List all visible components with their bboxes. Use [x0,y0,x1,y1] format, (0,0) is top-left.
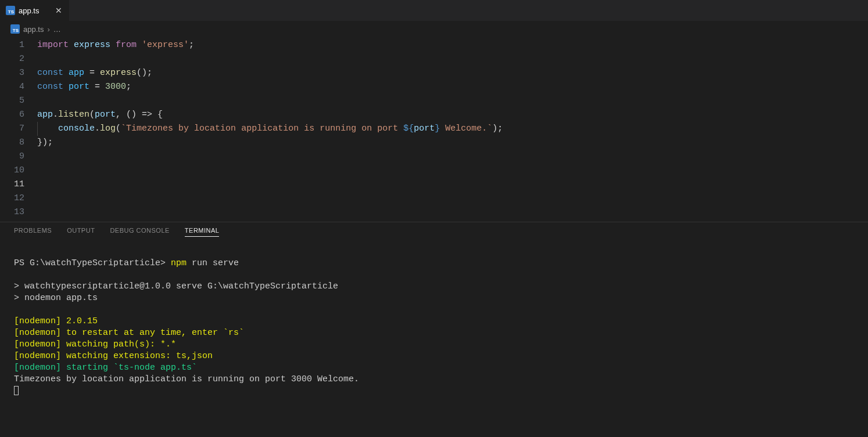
terminal[interactable]: PS G:\watchTypeScriptarticle> npm run se… [0,240,868,414]
line-number: 8 [0,136,37,150]
code-line[interactable]: 5 [0,94,868,108]
keyword: import [37,40,69,50]
string: 'express' [142,40,189,50]
terminal-line: PS G:\watchTypeScriptarticle> npm run se… [14,258,239,268]
code-line[interactable]: 13 [0,205,868,219]
code-line[interactable]: 12 [0,192,868,205]
line-number: 6 [0,108,37,122]
close-tab-button[interactable]: ✕ [54,6,63,15]
line-number: 13 [0,205,37,219]
line-number: 1 [0,38,37,52]
panel-tab-output[interactable]: OUTPUT [67,227,95,237]
tab-filename: app.ts [19,6,39,15]
function-call: listen [58,110,89,120]
terminal-line: > nodemon app.ts [14,293,98,303]
panel-tab-terminal[interactable]: TERMINAL [185,227,220,237]
string: ` [121,124,126,133]
panel-tab-debug-console[interactable]: DEBUG CONSOLE [110,227,169,237]
punct: ( [116,124,121,133]
breadcrumb-filename: app.ts [23,25,44,34]
identifier: port [95,110,116,120]
interp: ${ [403,124,414,133]
string: Welcome. [440,124,487,133]
code-line[interactable]: 6 app.listen(port, () => { [0,108,868,122]
identifier: console [58,124,95,133]
punct: . [53,110,58,120]
code-line[interactable]: 2 [0,52,868,66]
op: = [89,82,105,92]
code-line[interactable]: 7 console.log(`Timezones by location app… [0,122,868,136]
variable: app [69,68,84,78]
line-number: 7 [0,122,37,136]
terminal-cursor [14,386,19,395]
punct: (); [137,68,152,78]
punct: ; [126,82,131,92]
identifier: port [414,124,435,133]
punct: ); [492,124,503,133]
line-number: 11 [0,178,37,192]
function-call: log [100,124,116,133]
number: 3000 [105,82,126,92]
terminal-line: [nodemon] 2.0.15 [14,316,98,326]
terminal-line: [nodemon] starting `ts-node app.ts` [14,363,197,373]
breadcrumb-ellipsis: … [53,25,61,34]
punct: , () => { [116,110,163,120]
chevron-right-icon: › [47,25,49,34]
terminal-line: [nodemon] watching extensions: ts,json [14,351,213,361]
line-number: 10 [0,164,37,178]
code-line[interactable]: 1 import express from 'express'; [0,38,868,52]
keyword: const [37,82,63,92]
panel-tab-problems[interactable]: PROBLEMS [14,227,52,237]
punct: ; [189,40,194,50]
line-number: 12 [0,192,37,205]
line-number: 3 [0,66,37,80]
variable: port [69,82,89,92]
code-line[interactable]: 11 [0,178,868,192]
punct: . [95,124,100,133]
keyword: from [116,40,137,50]
terminal-line: [nodemon] watching path(s): *.* [14,340,176,349]
line-number: 2 [0,52,37,66]
interp: } [435,124,440,133]
tab-bar: TS app.ts ✕ [0,0,868,21]
typescript-file-icon: TS [10,24,20,34]
breadcrumb[interactable]: TS app.ts › … [0,21,868,37]
panel-tab-bar: PROBLEMS OUTPUT DEBUG CONSOLE TERMINAL [0,222,868,240]
editor-tab[interactable]: TS app.ts ✕ [0,0,70,21]
code-line[interactable]: 4 const port = 3000; [0,80,868,94]
punct: ( [89,110,95,120]
terminal-line: Timezones by location application is run… [14,374,359,384]
line-number: 9 [0,150,37,164]
identifier: express [74,40,110,50]
string: Timezones by location application is run… [126,124,403,133]
bottom-panel: PROBLEMS OUTPUT DEBUG CONSOLE TERMINAL P… [0,222,868,437]
terminal-line: > watchtypescriptarticle@1.0.0 serve G:\… [14,281,338,291]
code-line[interactable]: 8 }); [0,136,868,150]
punct: }); [37,138,53,147]
op: = [84,68,100,78]
typescript-file-icon: TS [6,6,15,15]
identifier: app [37,110,53,120]
code-line[interactable]: 3 const app = express(); [0,66,868,80]
line-number: 5 [0,94,37,108]
code-line[interactable]: 9 [0,150,868,164]
line-number: 4 [0,80,37,94]
keyword: const [37,68,63,78]
terminal-line: [nodemon] to restart at any time, enter … [14,328,244,338]
indent [37,124,58,133]
code-editor[interactable]: 1 import express from 'express'; 2 3 con… [0,37,868,222]
code-line[interactable]: 10 [0,164,868,178]
function-call: express [100,68,137,78]
string: ` [487,124,492,133]
